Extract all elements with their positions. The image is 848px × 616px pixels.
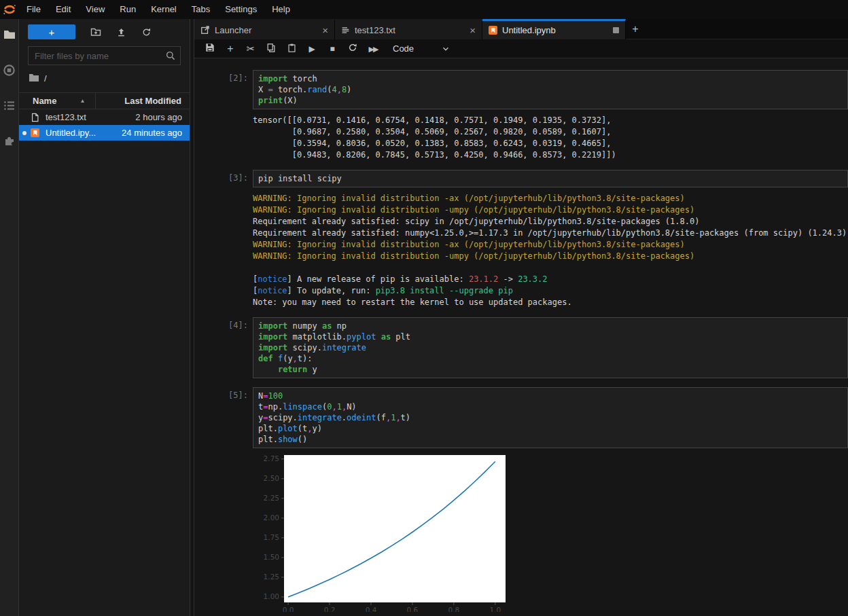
save-icon — [205, 43, 215, 54]
restart-button[interactable] — [342, 43, 363, 54]
sidebar-running-sessions-button[interactable] — [0, 60, 19, 83]
code-line: [notice] To update, run: pip3.8 install … — [253, 285, 848, 297]
save-button[interactable] — [200, 43, 220, 54]
menu-view[interactable]: View — [78, 0, 112, 19]
cut-button[interactable]: ✂ — [241, 43, 261, 55]
svg-text:0.0: 0.0 — [283, 606, 294, 612]
code-cell: [4]:import numpy as npimport matplotlib.… — [194, 317, 848, 378]
code-line: WARNING: Ignoring invalid distribution -… — [253, 239, 848, 251]
filter-files-box — [28, 46, 181, 65]
cell-input-row: [5]:N=100t=np.linspace(0,1,N)y=scipy.int… — [194, 387, 848, 448]
new-tab-button[interactable]: + — [626, 19, 645, 39]
notebook-icon — [31, 128, 41, 137]
execution-count: [4]: — [194, 317, 253, 378]
refresh-button[interactable] — [141, 27, 152, 37]
code-line: [0.9687, 0.2580, 0.3504, 0.5069, 0.2567,… — [253, 126, 848, 138]
notebook-icon — [489, 26, 497, 35]
restart-icon — [348, 43, 357, 54]
stop-button[interactable]: ■ — [322, 43, 342, 54]
home-folder-icon[interactable] — [29, 73, 39, 84]
upload-button[interactable] — [116, 27, 126, 37]
menu-bar: FileEditViewRunKernelTabsSettingsHelp — [0, 0, 848, 19]
code-line: plt.plot(t,y) — [258, 423, 843, 434]
run-button[interactable]: ▶ — [302, 43, 322, 54]
file-icon — [31, 113, 41, 122]
menu-settings[interactable]: Settings — [217, 0, 264, 19]
breadcrumb-path: / — [44, 73, 47, 84]
cut-icon: ✂ — [247, 43, 255, 55]
file-browser-panel: + / Name ▲ — [19, 19, 190, 616]
sidebar-table-of-contents-button[interactable] — [0, 95, 19, 118]
cell-editor[interactable]: import numpy as npimport matplotlib.pypl… — [253, 317, 848, 378]
tab-untitled-ipynb[interactable]: Untitled.ipynb — [482, 19, 626, 39]
copy-button[interactable] — [261, 43, 281, 55]
sidebar-extensions-button[interactable] — [0, 130, 19, 153]
file-name: Untitled.ipy... — [46, 128, 96, 138]
run-all-button[interactable]: ▶▶ — [363, 43, 383, 54]
tab-label: Untitled.ipynb — [502, 25, 556, 35]
menu-run[interactable]: Run — [112, 0, 143, 19]
code-line: Note: you may need to restart the kernel… — [253, 297, 848, 308]
cell-output: 1.001.251.501.752.002.252.502.750.00.20.… — [194, 448, 848, 612]
svg-text:1.25: 1.25 — [264, 573, 279, 581]
insert-cell-button[interactable]: + — [220, 43, 241, 55]
svg-text:0.4: 0.4 — [366, 606, 377, 612]
cell-type-select[interactable]: Code — [393, 43, 450, 54]
tab-launcher[interactable]: Launcher× — [194, 19, 335, 39]
tab-test123-txt[interactable]: test123.txt× — [335, 19, 482, 39]
code-line: N=100 — [258, 391, 843, 401]
file-modified: 24 minutes ago — [122, 128, 190, 138]
code-line: WARNING: Ignoring invalid distribution -… — [253, 193, 848, 204]
paste-button[interactable] — [281, 43, 302, 55]
code-line: import torch — [258, 73, 843, 84]
svg-text:1.50: 1.50 — [264, 553, 279, 561]
file-row[interactable]: Untitled.ipy...24 minutes ago — [19, 125, 190, 141]
column-header-name[interactable]: Name ▲ — [19, 93, 96, 109]
sort-ascending-icon: ▲ — [80, 98, 85, 104]
close-icon[interactable]: × — [322, 25, 328, 35]
code-line: plt.show() — [258, 434, 843, 445]
cell-output: tensor([[0.0731, 0.1416, 0.6754, 0.1418,… — [194, 109, 848, 161]
file-name: test123.txt — [46, 112, 86, 122]
menu-file[interactable]: File — [19, 0, 48, 19]
svg-text:2.00: 2.00 — [264, 513, 279, 522]
search-icon — [165, 50, 176, 64]
stop-icon: ■ — [330, 43, 334, 54]
svg-text:0.8: 0.8 — [448, 606, 459, 612]
menu-help[interactable]: Help — [264, 0, 298, 19]
chevron-down-icon — [441, 44, 450, 54]
table-of-contents-icon — [3, 101, 15, 113]
cell-editor[interactable]: pip install scipy — [253, 170, 848, 187]
file-row[interactable]: test123.txt2 hours ago — [19, 109, 190, 125]
cell-input-row: [3]:pip install scipy — [194, 170, 848, 187]
code-line: WARNING: Ignoring invalid distribution -… — [253, 251, 848, 262]
column-header-last-modified[interactable]: Last Modified — [96, 93, 190, 109]
new-launcher-button[interactable]: + — [28, 24, 75, 39]
code-cell: [2]:import torchX = torch.rand(4,8)print… — [194, 70, 848, 161]
dock-tab-bar: Launcher×test123.txt×Untitled.ipynb+ — [194, 19, 848, 39]
svg-text:0.6: 0.6 — [407, 606, 419, 612]
activity-bar — [0, 19, 19, 616]
breadcrumb[interactable]: / — [19, 65, 190, 88]
code-line: y=scipy.integrate.odeint(f,1,t) — [258, 412, 843, 423]
filter-files-input[interactable] — [28, 46, 181, 65]
tab-label: Launcher — [215, 25, 251, 35]
menu-tabs[interactable]: Tabs — [184, 0, 217, 19]
file-modified: 2 hours ago — [135, 112, 190, 122]
menu-edit[interactable]: Edit — [48, 0, 78, 19]
close-icon[interactable]: × — [470, 25, 476, 35]
svg-text:0.2: 0.2 — [324, 606, 336, 612]
code-line: pip install scipy — [258, 173, 843, 184]
launcher-icon — [200, 25, 210, 35]
unsaved-changes-icon[interactable] — [613, 27, 619, 33]
cell-editor[interactable]: import torchX = torch.rand(4,8)print(X) — [253, 70, 848, 109]
paste-icon — [287, 43, 296, 55]
run-all-icon: ▶▶ — [369, 43, 378, 54]
code-line: print(X) — [258, 95, 843, 106]
cell-editor[interactable]: N=100t=np.linspace(0,1,N)y=scipy.integra… — [253, 387, 848, 448]
sidebar-file-browser-button[interactable] — [0, 24, 19, 48]
code-line: t=np.linspace(0,1,N) — [258, 401, 843, 412]
new-folder-button[interactable] — [90, 26, 101, 37]
menu-kernel[interactable]: Kernel — [143, 0, 184, 19]
svg-text:2.25: 2.25 — [264, 494, 279, 502]
